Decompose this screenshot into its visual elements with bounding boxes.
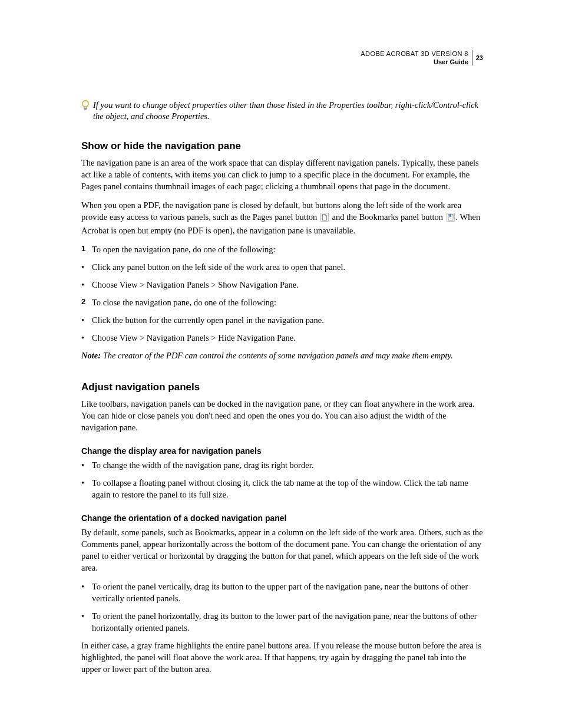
bullet-text: Choose View > Navigation Panels > Show N… [92,279,299,291]
bullet-text: To collapse a floating panel without clo… [92,477,483,500]
bullet-text: Click any panel button on the left side … [92,261,345,273]
bullet-item: • Click any panel button on the left sid… [81,261,483,273]
bullet-marker: • [81,477,92,500]
bullet-item: • To collapse a floating panel without c… [81,477,483,500]
bullet-item: • Choose View > Navigation Panels > Show… [81,279,483,291]
bullet-text: Choose View > Navigation Panels > Hide N… [92,332,296,344]
numbered-step: 2 To close the navigation pane, do one o… [81,297,483,308]
bullet-marker: • [81,332,92,344]
body-text: When you open a PDF, the navigation pane… [81,199,483,236]
note: Note: The creator of the PDF can control… [81,350,483,361]
body-text: In either case, a gray frame highlights … [81,640,483,675]
body-text: By default, some panels, such as Bookmar… [81,526,483,574]
bullet-marker: • [81,279,92,291]
step-text: To close the navigation pane, do one of … [92,297,276,308]
tip-callout: If you want to change object properties … [81,100,483,123]
svg-point-0 [82,100,88,106]
subheading-change-orientation: Change the orientation of a docked navig… [81,513,483,523]
bullet-item: • Choose View > Navigation Panels > Hide… [81,332,483,344]
bullet-marker: • [81,261,92,273]
pages-panel-icon [320,213,329,225]
step-number: 2 [81,297,92,308]
bullet-marker: • [81,610,92,634]
bullet-marker: • [81,581,92,604]
bullet-text: To change the width of the navigation pa… [92,459,313,471]
bullet-item: • To orient the panel horizontally, drag… [81,610,483,634]
bullet-item: • Click the button for the currently ope… [81,314,483,326]
bullet-marker: • [81,459,92,471]
tip-text: If you want to change object properties … [93,100,483,123]
body-text: Like toolbars, navigation panels can be … [81,398,483,433]
product-title: ADOBE ACROBAT 3D VERSION 8 [361,50,468,58]
note-label: Note: [81,351,101,360]
heading-adjust-nav-panels: Adjust navigation panels [81,381,483,393]
lightbulb-icon [81,100,90,115]
bullet-text: To orient the panel horizontally, drag i… [92,610,483,634]
page-number: 23 [472,50,483,65]
page: ADOBE ACROBAT 3D VERSION 8 User Guide 23… [0,0,562,717]
numbered-step: 1 To open the navigation pane, do one of… [81,243,483,255]
page-header: ADOBE ACROBAT 3D VERSION 8 User Guide 23 [81,50,483,67]
bullet-item: • To orient the panel vertically, drag i… [81,581,483,604]
note-text: The creator of the PDF can control the c… [101,351,453,360]
step-text: To open the navigation pane, do one of t… [92,243,275,255]
bookmarks-panel-icon [447,213,455,225]
heading-show-hide-nav-pane: Show or hide the navigation pane [81,140,483,152]
bullet-marker: • [81,314,92,326]
bullet-item: • To change the width of the navigation … [81,459,483,471]
body-text: The navigation pane is an area of the wo… [81,157,483,192]
doc-subtitle: User Guide [361,58,468,66]
subheading-change-display-area: Change the display area for navigation p… [81,446,483,456]
bullet-text: Click the button for the currently open … [92,314,324,326]
step-number: 1 [81,243,92,255]
bullet-text: To orient the panel vertically, drag its… [92,581,483,604]
